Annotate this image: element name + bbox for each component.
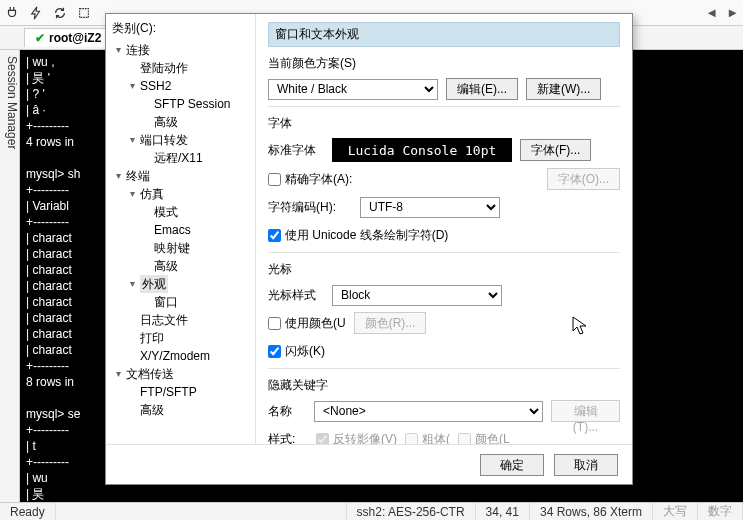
bold-checkbox: 粗体(: [405, 431, 450, 445]
scheme-label: 当前颜色方案(S): [268, 55, 620, 72]
session-options-dialog: 类别(C): ▾连接 登陆动作 ▾SSH2 SFTP Session 高级: [105, 13, 633, 485]
status-caps: 大写: [653, 503, 698, 520]
edit-t-button: 编辑(T)...: [551, 400, 620, 422]
dialog-button-row: 确定 取消: [106, 444, 632, 484]
cancel-button[interactable]: 取消: [554, 454, 618, 476]
font-label: 标准字体: [268, 142, 324, 159]
refresh-icon[interactable]: [52, 5, 68, 21]
svg-rect-0: [80, 8, 89, 17]
font-section-title: 字体: [268, 115, 620, 132]
hide-name-select[interactable]: <None>: [314, 401, 543, 422]
status-connection: ssh2: AES-256-CTR: [347, 503, 476, 520]
appearance-settings-panel: 窗口和文本外观 当前颜色方案(S) White / Black 编辑(E)...…: [256, 14, 632, 444]
status-term-size: 34 Rows, 86 Xterm: [530, 503, 653, 520]
chevron-right-icon[interactable]: ►: [726, 5, 739, 20]
session-manager-panel[interactable]: Session Manager: [0, 50, 20, 502]
new-scheme-button[interactable]: 新建(W)...: [526, 78, 601, 100]
bolt-icon[interactable]: [28, 5, 44, 21]
ok-button[interactable]: 确定: [480, 454, 544, 476]
edit-scheme-button[interactable]: 编辑(E)...: [446, 78, 518, 100]
invert-checkbox: 反转影像(V): [316, 431, 397, 445]
cursor-style-select[interactable]: Block: [332, 285, 502, 306]
status-ready: Ready: [0, 503, 56, 520]
style-label: 样式:: [268, 431, 308, 445]
use-color-checkbox[interactable]: 使用颜色(U: [268, 315, 346, 332]
check-icon: ✔: [35, 31, 45, 45]
session-tab[interactable]: ✔ root@iZ2: [24, 28, 112, 47]
cursor-color-button: 颜色(R)...: [354, 312, 427, 334]
status-cursor-pos: 34, 41: [476, 503, 530, 520]
chevron-left-icon[interactable]: ◄: [705, 5, 718, 20]
plug-icon[interactable]: [4, 5, 20, 21]
font-preview: Lucida Console 10pt: [332, 138, 512, 162]
hide-name-label: 名称: [268, 403, 306, 420]
tab-label: root@iZ2: [49, 31, 101, 45]
hide-keyword-section-title: 隐藏关键字: [268, 377, 620, 394]
encoding-select[interactable]: UTF-8: [360, 197, 500, 218]
exact-font-checkbox[interactable]: 精确字体(A):: [268, 171, 352, 188]
category-tree[interactable]: ▾连接 登陆动作 ▾SSH2 SFTP Session 高级 ▾端口转发 远程/…: [112, 41, 251, 419]
color2-checkbox: 颜色(L: [458, 431, 510, 445]
status-bar: Ready ssh2: AES-256-CTR 34, 41 34 Rows, …: [0, 502, 743, 520]
category-tree-panel: 类别(C): ▾连接 登陆动作 ▾SSH2 SFTP Session 高级: [106, 14, 256, 444]
font-o-button: 字体(O)...: [547, 168, 620, 190]
blink-checkbox[interactable]: 闪烁(K): [268, 343, 325, 360]
encoding-label: 字符编码(H):: [268, 199, 352, 216]
color-scheme-select[interactable]: White / Black: [268, 79, 438, 100]
cursor-style-label: 光标样式: [268, 287, 324, 304]
category-label: 类别(C):: [112, 20, 251, 37]
unicode-linedraw-checkbox[interactable]: 使用 Unicode 线条绘制字符(D): [268, 227, 448, 244]
panel-header: 窗口和文本外观: [268, 22, 620, 47]
crop-icon[interactable]: [76, 5, 92, 21]
status-num: 数字: [698, 503, 743, 520]
cursor-section-title: 光标: [268, 261, 620, 278]
font-button[interactable]: 字体(F)...: [520, 139, 591, 161]
tree-selected-appearance: 外观: [140, 275, 168, 293]
